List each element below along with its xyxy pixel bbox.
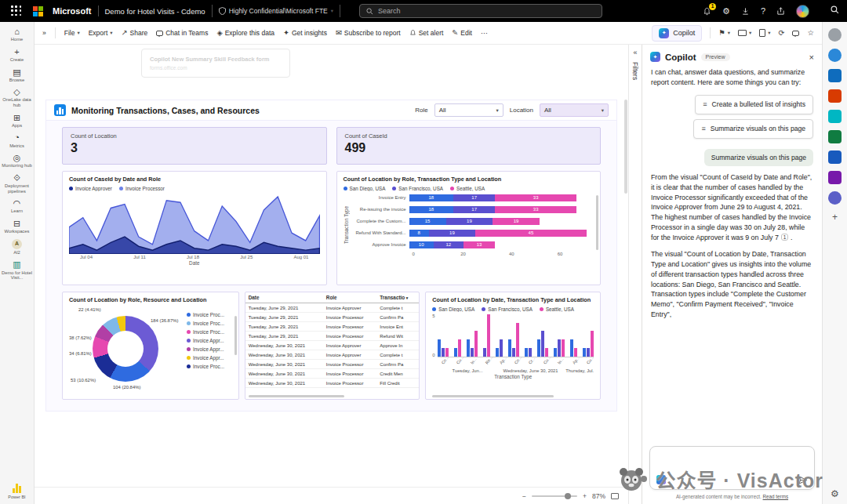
- explore-data-button[interactable]: ◈Explore this data: [216, 29, 274, 37]
- donut-chart-visual[interactable]: Count of Location by Role, Resource and …: [62, 292, 239, 400]
- bar[interactable]: [454, 348, 457, 357]
- bar-segment[interactable]: 18: [409, 194, 454, 201]
- table-row[interactable]: Wednesday, June 30, 2021Invoice Approver…: [245, 350, 420, 360]
- table-row[interactable]: Wednesday, June 30, 2021Invoice Processo…: [245, 379, 420, 388]
- close-icon[interactable]: ×: [809, 53, 814, 62]
- edge-excel-icon[interactable]: [828, 130, 842, 143]
- stacked-bar-visual[interactable]: Count of Location by Role, Transaction T…: [336, 171, 602, 285]
- bar-segment[interactable]: 17: [453, 194, 495, 201]
- powerbi-footer[interactable]: Power BI: [8, 484, 25, 504]
- zoom-out-button[interactable]: −: [522, 492, 526, 500]
- more-options-button[interactable]: ⋯: [481, 29, 488, 37]
- table-horizontal-scrollbar[interactable]: [249, 395, 344, 397]
- bar-segment[interactable]: 12: [434, 241, 463, 248]
- bar[interactable]: [467, 339, 470, 357]
- read-terms-link[interactable]: Read terms: [763, 494, 789, 499]
- view-mode-button[interactable]: ▾: [738, 30, 751, 36]
- bar[interactable]: [516, 323, 519, 357]
- edge-copilot-icon[interactable]: [828, 49, 842, 62]
- edge-search-icon[interactable]: [831, 5, 839, 14]
- share-button[interactable]: ↗Share: [122, 29, 148, 37]
- bar[interactable]: [583, 348, 586, 357]
- bar[interactable]: [562, 339, 565, 357]
- edge-settings-gear-icon[interactable]: ⚙: [831, 488, 839, 499]
- get-insights-button[interactable]: ✦Get insights: [283, 29, 327, 37]
- sidebar-item-onelake-data-hub[interactable]: ◇OneLake data hub: [0, 85, 34, 110]
- bar[interactable]: [537, 339, 540, 357]
- notifications-icon[interactable]: 1: [703, 7, 711, 16]
- kpi-card-count-of-caseid[interactable]: Count of CaseId 499: [336, 127, 602, 165]
- sidebar-item-home[interactable]: ⌂Home: [0, 24, 34, 45]
- bar[interactable]: [500, 339, 503, 357]
- sidebar-item-browse[interactable]: ▤Browse: [0, 65, 34, 85]
- table-row[interactable]: Tuesday, June 29, 2021Invoice ProcessorI…: [245, 322, 420, 332]
- vertical-scrollbar[interactable]: [624, 100, 627, 194]
- bar[interactable]: [438, 339, 441, 357]
- sidebar-item-monitoring-hub[interactable]: ◎Monitoring hub: [0, 150, 34, 171]
- filters-pane-label[interactable]: Filters: [631, 62, 639, 80]
- table-column-header[interactable]: Date: [245, 292, 323, 303]
- kpi-card-count-of-location[interactable]: Count of Location 3: [62, 127, 327, 165]
- bar[interactable]: [487, 314, 490, 357]
- comments-button[interactable]: [792, 31, 799, 36]
- table-row[interactable]: Wednesday, June 30, 2021Invoice Processo…: [245, 360, 420, 369]
- sidebar-item-ai2[interactable]: AAI2: [0, 237, 34, 258]
- send-icon[interactable]: [798, 475, 808, 485]
- table-visual[interactable]: DateRoleTransactio ▾ Tuesday, June 29, 2…: [245, 292, 420, 400]
- sidebar-item-apps[interactable]: ⊞Apps: [0, 111, 34, 131]
- bar[interactable]: [525, 348, 528, 357]
- copilot-toggle-button[interactable]: ✦ Copilot: [652, 25, 702, 42]
- bar[interactable]: [558, 339, 561, 357]
- copilot-chat-input[interactable]: [650, 447, 814, 473]
- user-avatar[interactable]: [796, 5, 809, 18]
- set-alert-button[interactable]: Set alert: [409, 29, 444, 37]
- bar-segment[interactable]: 19: [446, 218, 493, 225]
- refresh-button[interactable]: ⟳: [779, 29, 785, 37]
- sidebar-item-metrics[interactable]: ◔Metrics: [0, 130, 34, 150]
- bar[interactable]: [591, 331, 594, 356]
- download-icon[interactable]: [741, 7, 750, 16]
- settings-gear-icon[interactable]: ⚙: [722, 7, 730, 16]
- bar-segment[interactable]: 17: [453, 206, 495, 213]
- table-row[interactable]: Tuesday, June 29, 2021Invoice ProcessorR…: [245, 332, 420, 341]
- bar[interactable]: [496, 348, 499, 357]
- sidebar-item-demo-for-hotel-visit-[interactable]: ▥Demo for Hotel Visit...: [0, 257, 34, 282]
- bar[interactable]: [587, 348, 590, 357]
- clustered-bar-visual[interactable]: Count of Location by Date, Transaction T…: [425, 292, 601, 400]
- bar[interactable]: [529, 348, 532, 357]
- edge-word-icon[interactable]: [828, 150, 842, 164]
- bar[interactable]: [512, 348, 515, 357]
- visual-scrollbar[interactable]: [596, 195, 598, 250]
- zoom-in-button[interactable]: +: [583, 492, 587, 500]
- clustered-horizontal-scrollbar[interactable]: [432, 395, 554, 397]
- table-row[interactable]: Tuesday, June 29, 2021Invoice ProcessorC…: [245, 313, 420, 322]
- zoom-slider-handle[interactable]: [565, 493, 571, 499]
- bar[interactable]: [508, 339, 511, 357]
- bar-segment[interactable]: 45: [475, 230, 586, 237]
- table-column-header[interactable]: Transactio ▾: [376, 292, 419, 303]
- bar-segment[interactable]: 18: [409, 206, 454, 213]
- copilot-sparkle-icon[interactable]: [656, 475, 666, 484]
- bar-segment[interactable]: 15: [409, 218, 446, 225]
- citation-chip[interactable]: 1: [781, 234, 789, 241]
- edge-profile-icon[interactable]: [828, 28, 842, 42]
- help-icon[interactable]: ?: [761, 7, 765, 16]
- location-slicer-dropdown[interactable]: All▾: [540, 103, 609, 117]
- suggestion-bulleted-list[interactable]: ≡Create a bulleted list of insights: [695, 95, 813, 114]
- edge-apps-icon[interactable]: [828, 191, 842, 205]
- zoom-slider[interactable]: [532, 495, 577, 497]
- sidebar-item-create[interactable]: +Create: [0, 45, 34, 65]
- bar-segment[interactable]: 10: [409, 241, 434, 248]
- role-slicer-dropdown[interactable]: All▾: [434, 103, 503, 117]
- visual-scrollbar[interactable]: [234, 316, 237, 355]
- bar[interactable]: [474, 331, 478, 356]
- suggestion-summarize-visuals[interactable]: ≡Summarize visuals on this page: [693, 119, 813, 139]
- edge-designer-icon[interactable]: [828, 110, 842, 123]
- file-menu[interactable]: File▾: [64, 29, 80, 37]
- bar[interactable]: [554, 348, 557, 357]
- bar-segment[interactable]: 33: [495, 194, 576, 201]
- fit-to-page-button[interactable]: [611, 493, 619, 499]
- edge-office-icon[interactable]: [828, 89, 842, 103]
- favorite-star-button[interactable]: ☆: [807, 29, 814, 37]
- bar-segment[interactable]: 19: [493, 218, 540, 225]
